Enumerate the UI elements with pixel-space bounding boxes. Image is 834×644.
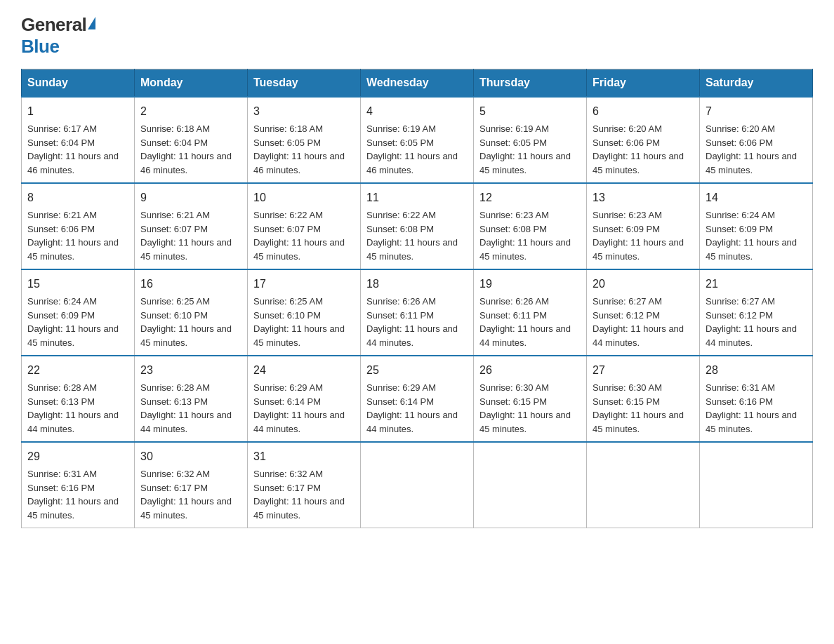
- day-number: 29: [27, 448, 128, 465]
- day-number: 31: [253, 448, 355, 465]
- day-number: 7: [706, 103, 807, 120]
- calendar-cell: 17 Sunrise: 6:25 AMSunset: 6:10 PMDaylig…: [248, 269, 361, 356]
- day-info: Sunrise: 6:20 AMSunset: 6:06 PMDaylight:…: [593, 123, 684, 175]
- calendar-cell: 20 Sunrise: 6:27 AMSunset: 6:12 PMDaylig…: [587, 269, 700, 356]
- day-info: Sunrise: 6:21 AMSunset: 6:07 PMDaylight:…: [140, 210, 232, 262]
- calendar-cell: 10 Sunrise: 6:22 AMSunset: 6:07 PMDaylig…: [248, 183, 361, 269]
- day-number: 22: [27, 362, 128, 379]
- header-tuesday: Tuesday: [248, 69, 361, 98]
- calendar-cell: [700, 442, 813, 528]
- logo-general-text: General: [21, 14, 86, 36]
- header-thursday: Thursday: [474, 69, 587, 98]
- week-row-1: 1 Sunrise: 6:17 AMSunset: 6:04 PMDayligh…: [22, 97, 813, 183]
- calendar-cell: 6 Sunrise: 6:20 AMSunset: 6:06 PMDayligh…: [587, 97, 700, 183]
- calendar-cell: 15 Sunrise: 6:24 AMSunset: 6:09 PMDaylig…: [22, 269, 135, 356]
- calendar-cell: 9 Sunrise: 6:21 AMSunset: 6:07 PMDayligh…: [135, 183, 248, 269]
- day-number: 23: [140, 362, 241, 379]
- calendar-cell: 26 Sunrise: 6:30 AMSunset: 6:15 PMDaylig…: [474, 356, 587, 442]
- day-info: Sunrise: 6:19 AMSunset: 6:05 PMDaylight:…: [366, 123, 458, 175]
- calendar-cell: 24 Sunrise: 6:29 AMSunset: 6:14 PMDaylig…: [248, 356, 361, 442]
- day-number: 28: [706, 362, 807, 379]
- day-number: 13: [593, 189, 694, 206]
- day-info: Sunrise: 6:19 AMSunset: 6:05 PMDaylight:…: [479, 123, 571, 175]
- day-info: Sunrise: 6:32 AMSunset: 6:17 PMDaylight:…: [140, 469, 232, 521]
- header-saturday: Saturday: [700, 69, 813, 98]
- header-wednesday: Wednesday: [361, 69, 474, 98]
- day-info: Sunrise: 6:31 AMSunset: 6:16 PMDaylight:…: [706, 382, 797, 434]
- day-info: Sunrise: 6:18 AMSunset: 6:05 PMDaylight:…: [253, 123, 345, 175]
- day-info: Sunrise: 6:28 AMSunset: 6:13 PMDaylight:…: [140, 382, 232, 434]
- calendar-cell: [474, 442, 587, 528]
- calendar-cell: 29 Sunrise: 6:31 AMSunset: 6:16 PMDaylig…: [22, 442, 135, 528]
- day-info: Sunrise: 6:21 AMSunset: 6:06 PMDaylight:…: [27, 210, 119, 262]
- day-info: Sunrise: 6:30 AMSunset: 6:15 PMDaylight:…: [479, 382, 571, 434]
- calendar-cell: 21 Sunrise: 6:27 AMSunset: 6:12 PMDaylig…: [700, 269, 813, 356]
- calendar-cell: 13 Sunrise: 6:23 AMSunset: 6:09 PMDaylig…: [587, 183, 700, 269]
- day-info: Sunrise: 6:17 AMSunset: 6:04 PMDaylight:…: [27, 123, 119, 175]
- logo-blue-text: Blue: [21, 36, 59, 58]
- day-info: Sunrise: 6:23 AMSunset: 6:08 PMDaylight:…: [479, 210, 571, 262]
- calendar-cell: 4 Sunrise: 6:19 AMSunset: 6:05 PMDayligh…: [361, 97, 474, 183]
- day-number: 18: [366, 276, 468, 293]
- week-row-5: 29 Sunrise: 6:31 AMSunset: 6:16 PMDaylig…: [22, 442, 813, 528]
- calendar-cell: 18 Sunrise: 6:26 AMSunset: 6:11 PMDaylig…: [361, 269, 474, 356]
- day-number: 4: [366, 103, 468, 120]
- calendar-cell: 2 Sunrise: 6:18 AMSunset: 6:04 PMDayligh…: [135, 97, 248, 183]
- day-number: 17: [253, 276, 355, 293]
- calendar-cell: 5 Sunrise: 6:19 AMSunset: 6:05 PMDayligh…: [474, 97, 587, 183]
- day-info: Sunrise: 6:23 AMSunset: 6:09 PMDaylight:…: [593, 210, 684, 262]
- day-number: 30: [140, 448, 241, 465]
- calendar-cell: 11 Sunrise: 6:22 AMSunset: 6:08 PMDaylig…: [361, 183, 474, 269]
- week-row-3: 15 Sunrise: 6:24 AMSunset: 6:09 PMDaylig…: [22, 269, 813, 356]
- week-row-4: 22 Sunrise: 6:28 AMSunset: 6:13 PMDaylig…: [22, 356, 813, 442]
- day-info: Sunrise: 6:20 AMSunset: 6:06 PMDaylight:…: [706, 123, 797, 175]
- header-friday: Friday: [587, 69, 700, 98]
- calendar-table: SundayMondayTuesdayWednesdayThursdayFrid…: [21, 69, 813, 528]
- day-number: 12: [479, 189, 581, 206]
- calendar-cell: 25 Sunrise: 6:29 AMSunset: 6:14 PMDaylig…: [361, 356, 474, 442]
- day-info: Sunrise: 6:24 AMSunset: 6:09 PMDaylight:…: [27, 296, 119, 348]
- day-number: 5: [479, 103, 581, 120]
- calendar-cell: 27 Sunrise: 6:30 AMSunset: 6:15 PMDaylig…: [587, 356, 700, 442]
- calendar-cell: 19 Sunrise: 6:26 AMSunset: 6:11 PMDaylig…: [474, 269, 587, 356]
- day-info: Sunrise: 6:31 AMSunset: 6:16 PMDaylight:…: [27, 469, 119, 521]
- calendar-cell: 16 Sunrise: 6:25 AMSunset: 6:10 PMDaylig…: [135, 269, 248, 356]
- day-number: 25: [366, 362, 468, 379]
- day-info: Sunrise: 6:18 AMSunset: 6:04 PMDaylight:…: [140, 123, 232, 175]
- day-number: 2: [140, 103, 241, 120]
- day-info: Sunrise: 6:27 AMSunset: 6:12 PMDaylight:…: [593, 296, 684, 348]
- calendar-cell: 1 Sunrise: 6:17 AMSunset: 6:04 PMDayligh…: [22, 97, 135, 183]
- page-header: General Blue: [21, 14, 813, 58]
- day-number: 11: [366, 189, 468, 206]
- day-info: Sunrise: 6:30 AMSunset: 6:15 PMDaylight:…: [593, 382, 684, 434]
- day-number: 27: [593, 362, 694, 379]
- day-number: 8: [27, 189, 128, 206]
- calendar-cell: 22 Sunrise: 6:28 AMSunset: 6:13 PMDaylig…: [22, 356, 135, 442]
- calendar-cell: 30 Sunrise: 6:32 AMSunset: 6:17 PMDaylig…: [135, 442, 248, 528]
- day-number: 19: [479, 276, 581, 293]
- day-number: 15: [27, 276, 128, 293]
- day-info: Sunrise: 6:22 AMSunset: 6:08 PMDaylight:…: [366, 210, 458, 262]
- calendar-header-row: SundayMondayTuesdayWednesdayThursdayFrid…: [22, 69, 813, 98]
- calendar-cell: 8 Sunrise: 6:21 AMSunset: 6:06 PMDayligh…: [22, 183, 135, 269]
- day-info: Sunrise: 6:25 AMSunset: 6:10 PMDaylight:…: [140, 296, 232, 348]
- calendar-cell: [361, 442, 474, 528]
- calendar-cell: 31 Sunrise: 6:32 AMSunset: 6:17 PMDaylig…: [248, 442, 361, 528]
- day-info: Sunrise: 6:29 AMSunset: 6:14 PMDaylight:…: [366, 382, 458, 434]
- header-monday: Monday: [135, 69, 248, 98]
- calendar-cell: 28 Sunrise: 6:31 AMSunset: 6:16 PMDaylig…: [700, 356, 813, 442]
- day-info: Sunrise: 6:25 AMSunset: 6:10 PMDaylight:…: [253, 296, 345, 348]
- day-number: 10: [253, 189, 355, 206]
- logo-triangle-icon: [88, 17, 95, 29]
- day-number: 16: [140, 276, 241, 293]
- day-number: 26: [479, 362, 581, 379]
- day-info: Sunrise: 6:26 AMSunset: 6:11 PMDaylight:…: [479, 296, 571, 348]
- calendar-cell: 12 Sunrise: 6:23 AMSunset: 6:08 PMDaylig…: [474, 183, 587, 269]
- day-number: 24: [253, 362, 355, 379]
- day-number: 1: [27, 103, 128, 120]
- day-info: Sunrise: 6:22 AMSunset: 6:07 PMDaylight:…: [253, 210, 345, 262]
- day-info: Sunrise: 6:27 AMSunset: 6:12 PMDaylight:…: [706, 296, 797, 348]
- day-number: 6: [593, 103, 694, 120]
- calendar-cell: 7 Sunrise: 6:20 AMSunset: 6:06 PMDayligh…: [700, 97, 813, 183]
- day-info: Sunrise: 6:29 AMSunset: 6:14 PMDaylight:…: [253, 382, 345, 434]
